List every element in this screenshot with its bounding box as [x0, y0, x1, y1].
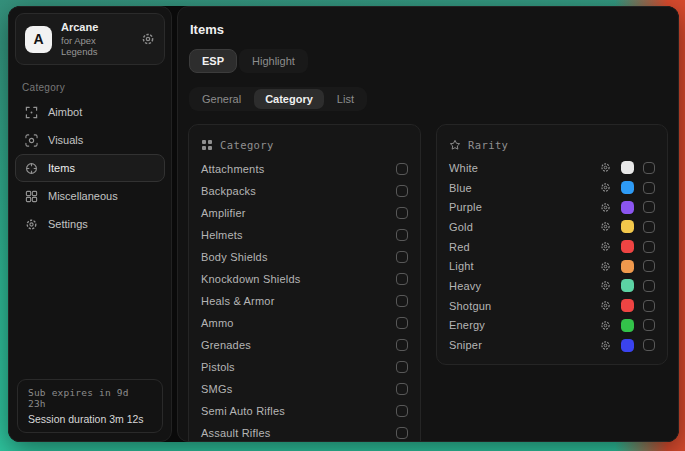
sidebar-section-label: Category: [22, 82, 158, 93]
gear-icon[interactable]: [600, 280, 611, 291]
checkbox[interactable]: [396, 383, 408, 395]
rarity-item-label: Sniper: [449, 339, 600, 351]
gear-icon[interactable]: [141, 32, 155, 46]
checkbox[interactable]: [643, 280, 655, 292]
checkbox[interactable]: [396, 295, 408, 307]
color-swatch[interactable]: [621, 279, 634, 292]
view-tab-category[interactable]: Category: [254, 89, 324, 109]
rarity-row-white[interactable]: White: [449, 158, 655, 178]
gear-icon[interactable]: [600, 340, 611, 351]
category-row-helmets[interactable]: Helmets: [201, 224, 408, 246]
category-row-pistols[interactable]: Pistols: [201, 356, 408, 378]
checkbox[interactable]: [396, 185, 408, 197]
gear-icon[interactable]: [600, 221, 611, 232]
category-row-backpacks[interactable]: Backpacks: [201, 180, 408, 202]
view-tab-general[interactable]: General: [191, 89, 252, 109]
checkbox[interactable]: [396, 427, 408, 439]
sidebar-item-visuals[interactable]: Visuals: [15, 126, 165, 154]
checkbox[interactable]: [396, 163, 408, 175]
rarity-item-label: Heavy: [449, 280, 600, 292]
checkbox[interactable]: [643, 339, 655, 351]
category-row-grenades[interactable]: Grenades: [201, 334, 408, 356]
rarity-row-energy[interactable]: Energy: [449, 316, 655, 336]
category-row-smgs[interactable]: SMGs: [201, 378, 408, 400]
checkbox[interactable]: [396, 229, 408, 241]
gear-icon[interactable]: [600, 320, 611, 331]
checkbox[interactable]: [396, 339, 408, 351]
checkbox[interactable]: [396, 405, 408, 417]
checkbox[interactable]: [643, 182, 655, 194]
rarity-row-light[interactable]: Light: [449, 256, 655, 276]
category-row-attachments[interactable]: Attachments: [201, 158, 408, 180]
rarity-row-purple[interactable]: Purple: [449, 197, 655, 217]
category-row-body-shields[interactable]: Body Shields: [201, 246, 408, 268]
color-swatch[interactable]: [621, 299, 634, 312]
checkbox[interactable]: [396, 361, 408, 373]
rarity-row-gold[interactable]: Gold: [449, 217, 655, 237]
color-swatch[interactable]: [621, 260, 634, 273]
gear-icon[interactable]: [600, 202, 611, 213]
rarity-item-label: Energy: [449, 319, 600, 331]
gear-icon[interactable]: [600, 241, 611, 252]
color-swatch[interactable]: [621, 181, 634, 194]
rarity-row-heavy[interactable]: Heavy: [449, 276, 655, 296]
app-subtitle: for Apex Legends: [61, 35, 132, 57]
checkbox[interactable]: [643, 319, 655, 331]
gear-icon[interactable]: [600, 300, 611, 311]
gear-icon[interactable]: [600, 162, 611, 173]
mode-tabs: ESP Highlight: [189, 49, 668, 73]
category-item-label: Heals & Armor: [201, 295, 396, 307]
checkbox[interactable]: [396, 273, 408, 285]
rarity-list: White Blue Purple Gold Red Light Heavy: [449, 158, 655, 355]
sidebar-item-settings[interactable]: Settings: [15, 210, 165, 238]
sidebar-item-label: Settings: [48, 218, 88, 230]
checkbox[interactable]: [643, 241, 655, 253]
checkbox[interactable]: [396, 207, 408, 219]
rarity-row-sniper[interactable]: Sniper: [449, 335, 655, 355]
rarity-row-blue[interactable]: Blue: [449, 178, 655, 198]
category-item-label: Assault Rifles: [201, 427, 396, 439]
page-title: Items: [190, 22, 668, 37]
view-tabs: General Category List: [189, 87, 367, 111]
rarity-panel: Rarity White Blue Purple Gold Red Light: [436, 124, 668, 365]
category-item-label: Backpacks: [201, 185, 396, 197]
checkbox[interactable]: [643, 201, 655, 213]
category-row-assault-rifles[interactable]: Assault Rifles: [201, 422, 408, 442]
category-row-heals-armor[interactable]: Heals & Armor: [201, 290, 408, 312]
color-swatch[interactable]: [621, 201, 634, 214]
view-tab-list[interactable]: List: [326, 89, 365, 109]
gear-icon[interactable]: [600, 182, 611, 193]
category-item-label: Attachments: [201, 163, 396, 175]
checkbox[interactable]: [643, 221, 655, 233]
checkbox[interactable]: [396, 251, 408, 263]
app-window: A Arcane for Apex Legends Category Aimbo…: [8, 6, 679, 442]
color-swatch[interactable]: [621, 319, 634, 332]
category-row-ammo[interactable]: Ammo: [201, 312, 408, 334]
category-row-semi-auto-rifles[interactable]: Semi Auto Rifles: [201, 400, 408, 422]
mode-tab-esp[interactable]: ESP: [189, 49, 237, 73]
category-row-amplifier[interactable]: Amplifier: [201, 202, 408, 224]
sidebar-item-items[interactable]: Items: [15, 154, 165, 182]
color-swatch[interactable]: [621, 161, 634, 174]
checkbox[interactable]: [643, 300, 655, 312]
color-swatch[interactable]: [621, 220, 634, 233]
gear-icon[interactable]: [600, 261, 611, 272]
category-row-knockdown-shields[interactable]: Knockdown Shields: [201, 268, 408, 290]
category-item-label: Ammo: [201, 317, 396, 329]
color-swatch[interactable]: [621, 339, 634, 352]
target-icon: [25, 162, 38, 175]
crosshair-icon: [25, 106, 38, 119]
rarity-row-red[interactable]: Red: [449, 237, 655, 257]
category-panel-title: Category: [220, 139, 274, 151]
sidebar-nav: Aimbot Visuals Items Miscellaneous Setti…: [9, 98, 171, 238]
checkbox[interactable]: [643, 162, 655, 174]
sidebar-item-miscellaneous[interactable]: Miscellaneous: [15, 182, 165, 210]
checkbox[interactable]: [643, 260, 655, 272]
sidebar-item-label: Items: [48, 162, 75, 174]
subscription-info-card: Sub expires in 9d 23h Session duration 3…: [17, 379, 163, 433]
checkbox[interactable]: [396, 317, 408, 329]
sidebar-item-aimbot[interactable]: Aimbot: [15, 98, 165, 126]
mode-tab-highlight[interactable]: Highlight: [239, 49, 308, 73]
rarity-row-shotgun[interactable]: Shotgun: [449, 296, 655, 316]
color-swatch[interactable]: [621, 240, 634, 253]
